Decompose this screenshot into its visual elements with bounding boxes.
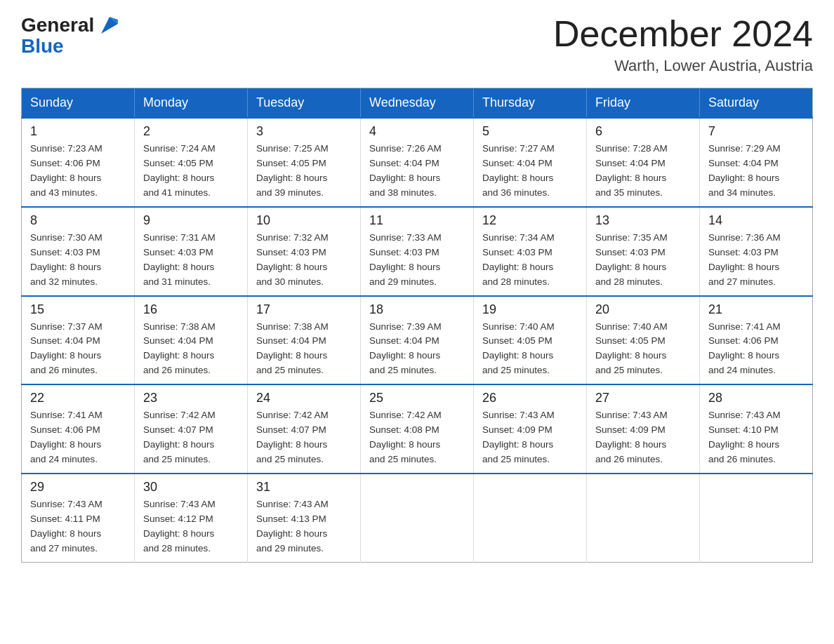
day-number: 9 (143, 213, 239, 228)
day-info: Sunrise: 7:43 AM Sunset: 4:12 PM Dayligh… (143, 497, 239, 556)
calendar-cell: 16 Sunrise: 7:38 AM Sunset: 4:04 PM Dayl… (135, 296, 248, 385)
day-info: Sunrise: 7:27 AM Sunset: 4:04 PM Dayligh… (482, 142, 578, 201)
day-info: Sunrise: 7:38 AM Sunset: 4:04 PM Dayligh… (143, 320, 239, 379)
calendar-cell: 11 Sunrise: 7:33 AM Sunset: 4:03 PM Dayl… (361, 207, 474, 296)
calendar-cell (474, 474, 587, 562)
day-number: 7 (708, 124, 804, 139)
calendar-cell: 13 Sunrise: 7:35 AM Sunset: 4:03 PM Dayl… (587, 207, 700, 296)
header-tuesday: Tuesday (248, 88, 361, 119)
day-number: 16 (143, 302, 239, 317)
day-info: Sunrise: 7:35 AM Sunset: 4:03 PM Dayligh… (595, 231, 691, 290)
logo-blue-text: Blue (21, 36, 64, 56)
calendar-cell: 5 Sunrise: 7:27 AM Sunset: 4:04 PM Dayli… (474, 118, 587, 207)
day-info: Sunrise: 7:42 AM Sunset: 4:08 PM Dayligh… (369, 408, 465, 467)
day-info: Sunrise: 7:42 AM Sunset: 4:07 PM Dayligh… (256, 408, 352, 467)
day-number: 19 (482, 302, 578, 317)
calendar-cell: 28 Sunrise: 7:43 AM Sunset: 4:10 PM Dayl… (700, 384, 813, 474)
day-info: Sunrise: 7:43 AM Sunset: 4:10 PM Dayligh… (708, 408, 804, 467)
day-number: 26 (482, 391, 578, 405)
day-number: 14 (708, 213, 804, 228)
calendar-cell: 26 Sunrise: 7:43 AM Sunset: 4:09 PM Dayl… (474, 384, 587, 474)
calendar-week-1: 1 Sunrise: 7:23 AM Sunset: 4:06 PM Dayli… (22, 118, 813, 207)
day-number: 3 (256, 124, 352, 139)
calendar-cell: 7 Sunrise: 7:29 AM Sunset: 4:04 PM Dayli… (700, 118, 813, 207)
page-header: General Blue December 2024 Warth, Lower … (21, 14, 813, 75)
calendar-body: 1 Sunrise: 7:23 AM Sunset: 4:06 PM Dayli… (22, 118, 813, 562)
calendar-cell: 12 Sunrise: 7:34 AM Sunset: 4:03 PM Dayl… (474, 207, 587, 296)
day-number: 23 (143, 391, 239, 405)
header-thursday: Thursday (474, 88, 587, 119)
day-info: Sunrise: 7:36 AM Sunset: 4:03 PM Dayligh… (708, 231, 804, 290)
day-info: Sunrise: 7:43 AM Sunset: 4:13 PM Dayligh… (256, 497, 352, 556)
header-saturday: Saturday (700, 88, 813, 119)
day-info: Sunrise: 7:38 AM Sunset: 4:04 PM Dayligh… (256, 320, 352, 379)
day-info: Sunrise: 7:40 AM Sunset: 4:05 PM Dayligh… (595, 320, 691, 379)
day-number: 28 (708, 391, 804, 405)
calendar-cell: 24 Sunrise: 7:42 AM Sunset: 4:07 PM Dayl… (248, 384, 361, 474)
day-number: 31 (256, 480, 352, 495)
calendar-cell: 1 Sunrise: 7:23 AM Sunset: 4:06 PM Dayli… (22, 118, 135, 207)
calendar-cell: 4 Sunrise: 7:26 AM Sunset: 4:04 PM Dayli… (361, 118, 474, 207)
calendar-cell: 19 Sunrise: 7:40 AM Sunset: 4:05 PM Dayl… (474, 296, 587, 385)
calendar-week-5: 29 Sunrise: 7:43 AM Sunset: 4:11 PM Dayl… (22, 474, 813, 562)
day-number: 29 (30, 480, 126, 495)
day-info: Sunrise: 7:37 AM Sunset: 4:04 PM Dayligh… (30, 320, 126, 379)
calendar-header-row: SundayMondayTuesdayWednesdayThursdayFrid… (22, 88, 813, 119)
day-number: 15 (30, 302, 126, 317)
day-number: 12 (482, 213, 578, 228)
day-number: 21 (708, 302, 804, 317)
day-info: Sunrise: 7:25 AM Sunset: 4:05 PM Dayligh… (256, 142, 352, 201)
day-number: 30 (143, 480, 239, 495)
day-info: Sunrise: 7:24 AM Sunset: 4:05 PM Dayligh… (143, 142, 239, 201)
day-info: Sunrise: 7:41 AM Sunset: 4:06 PM Dayligh… (30, 408, 126, 467)
day-number: 20 (595, 302, 691, 317)
day-info: Sunrise: 7:41 AM Sunset: 4:06 PM Dayligh… (708, 320, 804, 379)
day-info: Sunrise: 7:29 AM Sunset: 4:04 PM Dayligh… (708, 142, 804, 201)
calendar-cell: 9 Sunrise: 7:31 AM Sunset: 4:03 PM Dayli… (135, 207, 248, 296)
day-number: 8 (30, 213, 126, 228)
day-info: Sunrise: 7:40 AM Sunset: 4:05 PM Dayligh… (482, 320, 578, 379)
header-friday: Friday (587, 88, 700, 119)
calendar-cell: 23 Sunrise: 7:42 AM Sunset: 4:07 PM Dayl… (135, 384, 248, 474)
page-subtitle: Warth, Lower Austria, Austria (553, 57, 813, 75)
day-number: 2 (143, 124, 239, 139)
day-info: Sunrise: 7:32 AM Sunset: 4:03 PM Dayligh… (256, 231, 352, 290)
day-info: Sunrise: 7:26 AM Sunset: 4:04 PM Dayligh… (369, 142, 465, 201)
day-info: Sunrise: 7:23 AM Sunset: 4:06 PM Dayligh… (30, 142, 126, 201)
day-info: Sunrise: 7:43 AM Sunset: 4:09 PM Dayligh… (595, 408, 691, 467)
calendar-cell: 29 Sunrise: 7:43 AM Sunset: 4:11 PM Dayl… (22, 474, 135, 562)
day-info: Sunrise: 7:39 AM Sunset: 4:04 PM Dayligh… (369, 320, 465, 379)
page-title: December 2024 (553, 14, 813, 54)
calendar-cell: 2 Sunrise: 7:24 AM Sunset: 4:05 PM Dayli… (135, 118, 248, 207)
calendar-cell (587, 474, 700, 562)
calendar-cell: 15 Sunrise: 7:37 AM Sunset: 4:04 PM Dayl… (22, 296, 135, 385)
calendar-cell: 17 Sunrise: 7:38 AM Sunset: 4:04 PM Dayl… (248, 296, 361, 385)
title-block: December 2024 Warth, Lower Austria, Aust… (553, 14, 813, 75)
calendar-week-4: 22 Sunrise: 7:41 AM Sunset: 4:06 PM Dayl… (22, 384, 813, 474)
calendar-cell: 30 Sunrise: 7:43 AM Sunset: 4:12 PM Dayl… (135, 474, 248, 562)
calendar-week-3: 15 Sunrise: 7:37 AM Sunset: 4:04 PM Dayl… (22, 296, 813, 385)
calendar-cell: 8 Sunrise: 7:30 AM Sunset: 4:03 PM Dayli… (22, 207, 135, 296)
calendar-cell: 3 Sunrise: 7:25 AM Sunset: 4:05 PM Dayli… (248, 118, 361, 207)
day-info: Sunrise: 7:33 AM Sunset: 4:03 PM Dayligh… (369, 231, 465, 290)
day-info: Sunrise: 7:43 AM Sunset: 4:11 PM Dayligh… (30, 497, 126, 556)
day-number: 10 (256, 213, 352, 228)
calendar-cell (361, 474, 474, 562)
day-number: 17 (256, 302, 352, 317)
day-number: 6 (595, 124, 691, 139)
calendar-cell: 6 Sunrise: 7:28 AM Sunset: 4:04 PM Dayli… (587, 118, 700, 207)
day-number: 27 (595, 391, 691, 405)
calendar-header: SundayMondayTuesdayWednesdayThursdayFrid… (22, 88, 813, 119)
logo-general-text: General (21, 15, 94, 35)
day-number: 22 (30, 391, 126, 405)
logo-bird-icon (95, 14, 118, 36)
header-monday: Monday (135, 88, 248, 119)
day-info: Sunrise: 7:28 AM Sunset: 4:04 PM Dayligh… (595, 142, 691, 201)
calendar-table: SundayMondayTuesdayWednesdayThursdayFrid… (21, 88, 813, 562)
calendar-cell: 31 Sunrise: 7:43 AM Sunset: 4:13 PM Dayl… (248, 474, 361, 562)
header-wednesday: Wednesday (361, 88, 474, 119)
logo: General Blue (21, 14, 118, 56)
day-number: 24 (256, 391, 352, 405)
day-info: Sunrise: 7:34 AM Sunset: 4:03 PM Dayligh… (482, 231, 578, 290)
calendar-cell: 20 Sunrise: 7:40 AM Sunset: 4:05 PM Dayl… (587, 296, 700, 385)
